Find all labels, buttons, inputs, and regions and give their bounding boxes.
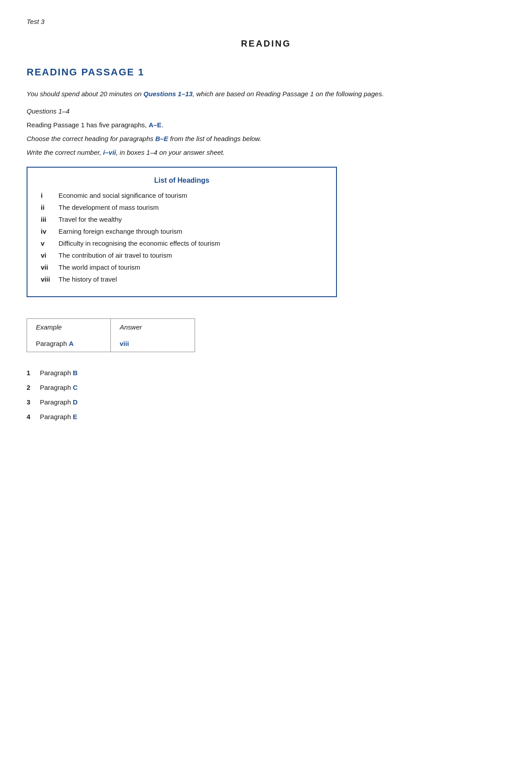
passage-title: READING PASSAGE 1: [27, 67, 505, 78]
question-item: 2Paragraph C: [27, 384, 505, 391]
choose-instruction: Choose the correct heading for paragraph…: [27, 135, 505, 142]
question-text: Paragraph C: [40, 384, 78, 391]
heading-roman: i: [41, 192, 59, 199]
time-instruction: You should spend about 20 minutes on Que…: [27, 89, 505, 99]
heading-item: iiiTravel for the wealthy: [41, 216, 323, 223]
headings-list: iEconomic and social significance of tou…: [41, 192, 323, 283]
heading-item: iEconomic and social significance of tou…: [41, 192, 323, 199]
questions-list: 1Paragraph B2Paragraph C3Paragraph D4Par…: [27, 369, 505, 420]
example-box: Example Answer Paragraph A viii: [27, 318, 195, 352]
heading-roman: ii: [41, 204, 59, 211]
heading-roman: viii: [41, 275, 59, 283]
question-highlight: E: [73, 413, 77, 420]
question-item: 4Paragraph E: [27, 413, 505, 420]
headings-box: List of Headings iEconomic and social si…: [27, 167, 337, 297]
question-text: Paragraph E: [40, 413, 77, 420]
test-label: Test 3: [27, 18, 505, 25]
question-number: 2: [27, 384, 40, 391]
answer-label: Answer: [111, 319, 195, 335]
main-title: READING: [27, 39, 505, 49]
heading-item: ivEarning foreign exchange through touri…: [41, 228, 323, 235]
example-paragraph: Paragraph A: [27, 335, 111, 352]
question-number: 4: [27, 413, 40, 420]
question-highlight: D: [73, 398, 78, 406]
heading-item: viiThe world impact of tourism: [41, 263, 323, 271]
heading-text: The contribution of air travel to touris…: [59, 251, 172, 259]
heading-roman: v: [41, 239, 59, 247]
heading-text: Earning foreign exchange through tourism: [59, 228, 182, 235]
passage-note: Reading Passage 1 has five paragraphs, A…: [27, 121, 505, 129]
heading-roman: iv: [41, 228, 59, 235]
question-highlight: B: [73, 369, 78, 377]
heading-text: Travel for the wealthy: [59, 216, 122, 223]
heading-text: The development of mass tourism: [59, 204, 159, 211]
heading-roman: vi: [41, 251, 59, 259]
heading-text: Difficulty in recognising the economic e…: [59, 239, 220, 247]
example-label: Example: [27, 319, 111, 335]
headings-title: List of Headings: [41, 177, 323, 184]
heading-text: Economic and social significance of tour…: [59, 192, 187, 199]
heading-roman: vii: [41, 263, 59, 271]
heading-item: iiThe development of mass tourism: [41, 204, 323, 211]
question-item: 1Paragraph B: [27, 369, 505, 377]
question-highlight: C: [73, 384, 78, 391]
question-text: Paragraph B: [40, 369, 78, 377]
questions-label: Questions 1–4: [27, 107, 505, 115]
question-text: Paragraph D: [40, 398, 78, 406]
heading-text: The world impact of tourism: [59, 263, 140, 271]
question-item: 3Paragraph D: [27, 398, 505, 406]
heading-item: viThe contribution of air travel to tour…: [41, 251, 323, 259]
write-instruction: Write the correct number, i–vii, in boxe…: [27, 149, 505, 156]
question-number: 3: [27, 398, 40, 406]
question-number: 1: [27, 369, 40, 377]
heading-item: vDifficulty in recognising the economic …: [41, 239, 323, 247]
heading-roman: iii: [41, 216, 59, 223]
heading-text: The history of travel: [59, 275, 117, 283]
heading-item: viiiThe history of travel: [41, 275, 323, 283]
example-answer: viii: [111, 335, 195, 352]
